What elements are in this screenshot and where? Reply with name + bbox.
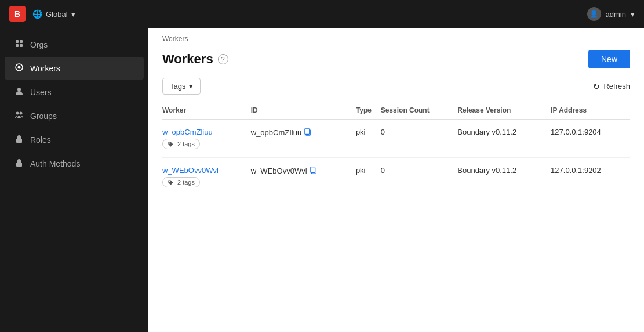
- svg-rect-0: [16, 40, 19, 43]
- tags-chevron-icon: ▾: [189, 82, 193, 91]
- copy-icon-1[interactable]: [310, 166, 318, 176]
- svg-point-15: [169, 181, 170, 182]
- topnav: B 🌐 Global ▾ 👤 admin ▾: [0, 0, 644, 28]
- worker-link-1[interactable]: w_WEbOvv0Wvl: [162, 166, 219, 175]
- workers-table-wrap: Worker ID Type Session Count Release Ver…: [148, 102, 644, 196]
- svg-rect-3: [20, 44, 23, 47]
- sidebar-item-groups[interactable]: Groups: [5, 104, 144, 127]
- auth-methods-icon: [14, 158, 24, 169]
- worker-name-cell: w_WEbOvv0Wvl 2 tags: [162, 158, 251, 196]
- svg-point-11: [19, 164, 20, 165]
- page-title: Workers: [162, 52, 213, 67]
- sidebar-item-roles[interactable]: Roles: [5, 128, 144, 151]
- col-release-version: Release Version: [457, 102, 551, 120]
- worker-name-cell: w_opbCmZliuu 2 tags: [162, 120, 251, 158]
- groups-icon: [14, 110, 24, 121]
- copy-icon-0[interactable]: [304, 128, 312, 138]
- tag-badge-1[interactable]: 2 tags: [162, 177, 200, 187]
- refresh-label: Refresh: [603, 82, 630, 91]
- breadcrumb: Workers: [148, 28, 644, 45]
- worker-session-count-cell: 0: [381, 158, 458, 196]
- col-session-count: Session Count: [381, 102, 458, 120]
- worker-session-count-cell: 0: [381, 120, 458, 158]
- new-button[interactable]: New: [588, 50, 630, 68]
- refresh-icon: ↻: [593, 82, 600, 91]
- col-id: ID: [251, 102, 356, 120]
- users-icon: [14, 86, 24, 98]
- worker-id-value: w_WEbOvv0Wvl: [251, 167, 307, 175]
- refresh-button[interactable]: ↻ Refresh: [593, 82, 630, 91]
- svg-point-6: [17, 88, 21, 91]
- tags-label: Tags: [170, 82, 185, 91]
- table-header-row: Worker ID Type Session Count Release Ver…: [162, 102, 630, 120]
- help-icon[interactable]: ?: [218, 54, 228, 64]
- svg-rect-17: [310, 167, 315, 173]
- worker-release-version-cell: Boundary v0.11.2: [457, 120, 551, 158]
- worker-ip-address-cell: 127.0.0.1:9204: [551, 120, 630, 158]
- svg-point-8: [20, 112, 23, 115]
- page-header: Workers ? New: [148, 45, 644, 78]
- toolbar: Tags ▾ ↻ Refresh: [148, 78, 644, 102]
- user-avatar: 👤: [587, 7, 601, 21]
- worker-link-0[interactable]: w_opbCmZliuu: [162, 128, 213, 136]
- sidebar-item-auth-methods[interactable]: Auth Methods: [5, 152, 144, 175]
- layout: Orgs Workers Users Groups Roles: [0, 28, 644, 332]
- sidebar-item-orgs[interactable]: Orgs: [5, 33, 144, 56]
- sidebar-item-users-label: Users: [30, 88, 52, 97]
- svg-point-5: [18, 66, 21, 69]
- sidebar: Orgs Workers Users Groups Roles: [0, 28, 148, 332]
- globe-icon: 🌐: [32, 9, 42, 19]
- topnav-left: B 🌐 Global ▾: [9, 6, 75, 22]
- svg-point-12: [169, 142, 170, 143]
- tag-badge-0[interactable]: 2 tags: [162, 139, 200, 149]
- svg-rect-1: [20, 40, 23, 43]
- table-row: w_opbCmZliuu 2 tags w_opbCmZIiuu pki 0 B…: [162, 120, 630, 158]
- sidebar-item-groups-label: Groups: [30, 111, 57, 121]
- roles-icon: [14, 134, 24, 145]
- worker-type-cell: pki: [356, 158, 381, 196]
- svg-point-7: [16, 112, 19, 115]
- tags-filter-button[interactable]: Tags ▾: [162, 78, 201, 95]
- worker-id-cell: w_opbCmZIiuu: [251, 120, 356, 158]
- sidebar-item-workers-label: Workers: [30, 64, 60, 73]
- svg-rect-2: [16, 44, 19, 47]
- worker-id-value: w_opbCmZIiuu: [251, 128, 301, 137]
- global-label: Global: [46, 10, 68, 19]
- page-title-row: Workers ?: [162, 52, 228, 67]
- col-worker: Worker: [162, 102, 251, 120]
- table-row: w_WEbOvv0Wvl 2 tags w_WEbOvv0Wvl pki 0 B…: [162, 158, 630, 196]
- worker-release-version-cell: Boundary v0.11.2: [457, 158, 551, 196]
- workers-icon: [14, 63, 24, 74]
- admin-chevron-icon: ▾: [631, 10, 635, 19]
- global-selector[interactable]: 🌐 Global ▾: [32, 9, 75, 19]
- workers-table: Worker ID Type Session Count Release Ver…: [162, 102, 630, 196]
- worker-type-cell: pki: [356, 120, 381, 158]
- sidebar-item-orgs-label: Orgs: [30, 40, 48, 49]
- global-chevron-icon: ▾: [71, 10, 75, 19]
- worker-ip-address-cell: 127.0.0.1:9202: [551, 158, 630, 196]
- sidebar-item-roles-label: Roles: [30, 135, 51, 145]
- sidebar-item-auth-methods-label: Auth Methods: [30, 159, 80, 168]
- app-logo[interactable]: B: [9, 6, 26, 22]
- sidebar-item-workers[interactable]: Workers: [5, 57, 144, 80]
- orgs-icon: [14, 39, 24, 50]
- col-type: Type: [356, 102, 381, 120]
- admin-menu[interactable]: 👤 admin ▾: [587, 7, 635, 21]
- svg-rect-9: [16, 139, 22, 143]
- main-content: Workers Workers ? New Tags ▾ ↻ Refresh: [148, 28, 644, 332]
- svg-rect-14: [305, 129, 310, 135]
- admin-label: admin: [606, 10, 626, 19]
- worker-id-cell: w_WEbOvv0Wvl: [251, 158, 356, 196]
- col-ip-address: IP Address: [551, 102, 630, 120]
- sidebar-item-users[interactable]: Users: [5, 81, 144, 103]
